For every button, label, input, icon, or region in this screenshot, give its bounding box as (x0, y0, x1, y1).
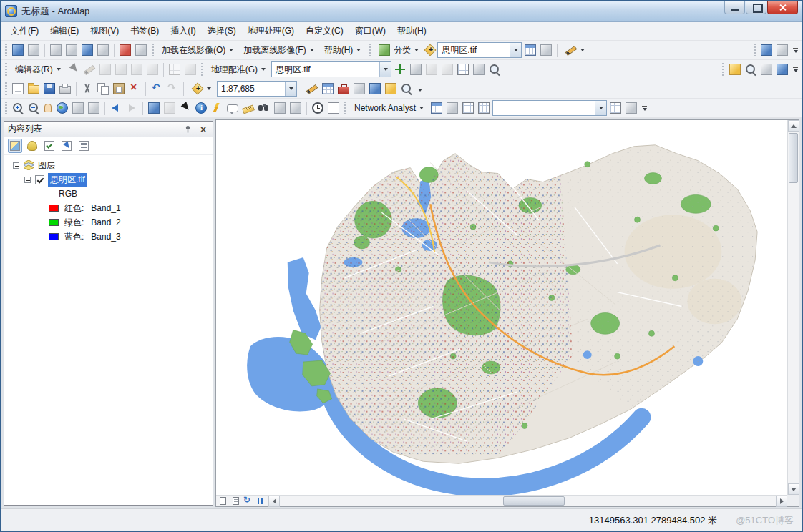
add-basemap-icon[interactable] (12, 44, 24, 56)
menu-edit[interactable]: 编辑(E) (44, 22, 84, 40)
data-view-button[interactable] (216, 496, 229, 506)
menu-help[interactable]: 帮助(H) (391, 22, 432, 40)
paste-icon[interactable] (113, 83, 125, 94)
menu-selection[interactable]: 选择(S) (202, 22, 242, 40)
toc-options-button[interactable] (77, 139, 91, 153)
go-to-xy-icon[interactable] (290, 102, 301, 114)
list-by-source-button[interactable] (25, 139, 39, 153)
menu-file[interactable]: 文件(F) (5, 22, 44, 40)
model-builder-icon[interactable] (777, 64, 788, 75)
redo-icon[interactable] (167, 83, 178, 94)
toolbar-grip[interactable] (5, 44, 7, 56)
maximize-button[interactable] (746, 1, 766, 14)
add-data-button[interactable] (188, 81, 215, 97)
contrast-icon[interactable] (66, 44, 77, 56)
zoom-tool-icon[interactable] (761, 44, 772, 56)
editor-toolbar-toggle-icon[interactable] (306, 83, 318, 94)
find-icon[interactable] (258, 102, 270, 114)
undo-icon[interactable] (151, 83, 162, 94)
sketch-properties-icon[interactable] (185, 64, 196, 75)
hyperlink-icon[interactable] (211, 102, 223, 114)
image-analysis-icon[interactable] (120, 44, 131, 56)
refresh-view-button[interactable] (242, 496, 255, 506)
toolbar-grip[interactable] (5, 82, 7, 95)
trim-tool-icon[interactable] (147, 64, 158, 75)
od-cost-matrix-icon[interactable] (462, 102, 474, 114)
help-menu-button[interactable]: 帮助(H) (320, 42, 366, 59)
model-icon[interactable] (369, 83, 381, 94)
combo-dropdown-button[interactable] (510, 43, 521, 57)
classify-button[interactable]: 分类 (374, 42, 423, 59)
toolbar-grip[interactable] (754, 44, 756, 56)
network-dataset-icon[interactable] (447, 102, 458, 114)
combo-dropdown-button[interactable] (595, 101, 606, 115)
toolbar-overflow-button[interactable] (791, 42, 800, 58)
delete-icon[interactable] (129, 83, 140, 94)
combo-dropdown-button[interactable] (285, 82, 296, 96)
delete-link-icon[interactable] (442, 64, 453, 75)
close-button[interactable] (767, 1, 798, 14)
table-of-contents-icon[interactable] (322, 83, 334, 94)
print-icon[interactable] (59, 86, 71, 94)
toolbar-grip[interactable] (152, 44, 154, 56)
layer-diamond-icon[interactable] (424, 44, 437, 56)
select-features-icon[interactable] (148, 102, 160, 114)
vertical-scroll-thumb[interactable] (789, 133, 798, 183)
vrp-grid-icon[interactable] (478, 102, 490, 114)
catalog-icon[interactable] (385, 83, 396, 94)
combo-dropdown-button[interactable] (379, 62, 391, 77)
identify-icon[interactable] (195, 102, 207, 114)
scroll-up-button[interactable] (788, 120, 799, 132)
collapse-expander-icon[interactable] (13, 162, 19, 169)
layer-visibility-checkbox[interactable] (35, 175, 44, 184)
save-map-icon[interactable] (44, 83, 55, 94)
toolbar-overflow-button[interactable] (640, 100, 649, 116)
siming-district-raster[interactable] (216, 120, 787, 495)
copy-icon[interactable] (97, 83, 109, 94)
view-link-table-icon[interactable] (457, 64, 469, 75)
toolbar-grip[interactable] (5, 63, 7, 76)
clear-selection-icon[interactable] (164, 102, 175, 114)
raster-layer-row[interactable]: 思明区.tif (4, 172, 213, 187)
fixed-zoom-in-icon[interactable] (72, 102, 84, 114)
add-control-points-icon[interactable] (394, 64, 406, 75)
brightness-icon[interactable] (50, 44, 62, 56)
pin-icon[interactable] (182, 124, 193, 135)
georeferencing-layer-combo[interactable]: 思明区.tif (271, 61, 391, 77)
menu-bookmarks[interactable]: 书签(B) (125, 22, 165, 40)
menu-window[interactable]: 窗口(W) (349, 22, 391, 40)
scroll-right-button[interactable] (776, 496, 787, 507)
new-map-icon[interactable] (12, 83, 24, 94)
edit-vertices-icon[interactable] (99, 64, 111, 75)
edit-tool-icon[interactable] (68, 64, 79, 75)
select-elements-icon[interactable] (180, 102, 191, 114)
arctoolbox-icon[interactable] (338, 87, 349, 94)
attributes-icon[interactable] (169, 64, 180, 75)
menu-geoprocessing[interactable]: 地理处理(G) (242, 22, 300, 40)
menu-insert[interactable]: 插入(I) (165, 22, 201, 40)
cut-icon[interactable] (82, 83, 93, 94)
map-canvas[interactable] (216, 120, 787, 495)
create-viewer-window-icon[interactable] (328, 102, 339, 114)
select-link-icon[interactable] (410, 64, 422, 75)
settings-icon[interactable] (777, 44, 788, 56)
python-icon[interactable] (354, 83, 365, 94)
transparency-icon[interactable] (82, 44, 93, 56)
minimize-button[interactable] (724, 1, 745, 14)
network-analyst-window-icon[interactable] (431, 102, 442, 114)
collapse-expander-icon[interactable] (24, 177, 31, 183)
zoom-to-link-icon[interactable] (426, 64, 437, 75)
search-window-icon[interactable] (745, 64, 756, 75)
swipe-tool-icon[interactable] (28, 44, 39, 56)
fixed-zoom-out-icon[interactable] (88, 102, 99, 114)
close-icon[interactable] (198, 124, 209, 135)
export-icon[interactable] (540, 44, 552, 56)
raster-layer-combo[interactable]: 思明区.tif (437, 42, 522, 58)
load-offline-imagery-button[interactable]: 加载离线影像(F) (239, 42, 318, 59)
pixel-inspector-icon[interactable] (135, 44, 147, 56)
full-extent-icon[interactable] (57, 102, 68, 114)
load-online-imagery-button[interactable]: 加载在线影像(O) (157, 42, 238, 59)
network-dataset-combo[interactable] (492, 100, 607, 116)
rotate-raster-icon[interactable] (473, 64, 485, 75)
create-features-icon[interactable] (84, 64, 95, 75)
